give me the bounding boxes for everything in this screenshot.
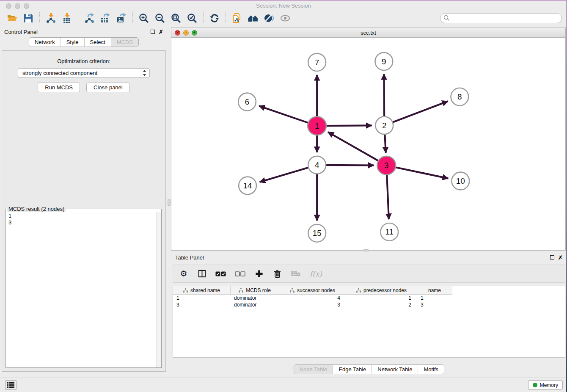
close-panel-icon[interactable]: ✗: [159, 29, 163, 35]
hide-details-button[interactable]: [277, 11, 293, 25]
style-preview-button[interactable]: [261, 11, 277, 25]
network-window-title: scc.txt: [171, 30, 565, 36]
control-panel-title: Control Panel: [4, 29, 38, 35]
graph-edge-3-1[interactable]: [328, 132, 378, 161]
graph-edge-1-6[interactable]: [259, 106, 308, 123]
application-window: Session: New Session: [0, 0, 567, 392]
export-table-icon: [100, 13, 111, 24]
export-network-button[interactable]: [81, 11, 97, 25]
zoom-out-button[interactable]: [152, 11, 168, 25]
graph-edge-4-14[interactable]: [260, 168, 308, 182]
column-header-name[interactable]: name: [417, 286, 452, 295]
float-table-panel-icon[interactable]: [550, 255, 554, 259]
export-image-button[interactable]: [113, 11, 129, 25]
column-header-predecessor-nodes[interactable]: predecessor nodes: [346, 286, 417, 295]
show-column-button[interactable]: [197, 270, 206, 278]
search-input[interactable]: [440, 13, 562, 23]
home-button[interactable]: [245, 11, 261, 25]
graph-edge-1-2[interactable]: [326, 125, 372, 126]
column-header-label: MCDS role: [246, 287, 271, 293]
graph-node-11[interactable]: 11: [380, 223, 398, 241]
tab-network[interactable]: Network: [29, 38, 61, 47]
import-table-button[interactable]: [59, 11, 75, 25]
network-maximize-button[interactable]: +: [192, 30, 197, 36]
checked-boxes-icon: [215, 271, 226, 276]
network-graph[interactable]: 7968124314101511: [171, 38, 565, 250]
graph-node-4[interactable]: 4: [308, 156, 326, 174]
network-minimize-button[interactable]: –: [183, 30, 189, 36]
table-cell: 1: [173, 295, 231, 301]
toolbar-separator: [226, 12, 226, 24]
network-close-button[interactable]: ✕: [175, 30, 180, 36]
network-canvas[interactable]: 7968124314101511: [171, 38, 565, 250]
column-header-shared-name[interactable]: shared name: [173, 286, 231, 295]
graph-node-9[interactable]: 9: [375, 52, 393, 70]
close-panel-button[interactable]: Close panel: [86, 83, 130, 92]
table-tab-node-table[interactable]: Node Table: [294, 365, 333, 374]
table-row[interactable]: 3dominator323: [173, 301, 565, 308]
desktop-edge-top: [0, 0, 567, 1]
select-all-button[interactable]: [215, 271, 226, 276]
tab-mcds[interactable]: MCDS: [111, 38, 138, 47]
save-session-button[interactable]: [20, 11, 36, 25]
delete-table-icon: [291, 271, 301, 277]
deselect-all-button[interactable]: [235, 271, 245, 276]
zoom-selected-button[interactable]: [184, 11, 200, 25]
graph-edge-2-8[interactable]: [393, 101, 448, 122]
tab-style[interactable]: Style: [61, 38, 84, 47]
close-table-panel-icon[interactable]: ✗: [558, 255, 563, 260]
float-panel-icon[interactable]: [151, 30, 155, 34]
mcds-result-title: MCDS result (2 nodes): [7, 206, 66, 212]
graph-node-3[interactable]: 3: [377, 156, 396, 175]
graph-node-10[interactable]: 10: [451, 172, 469, 190]
table-body: 1dominator4113dominator323: [173, 295, 565, 308]
graph-node-15[interactable]: 15: [308, 224, 326, 242]
table-tab-network-table[interactable]: Network Table: [372, 365, 418, 374]
graph-node-label: 14: [243, 181, 252, 190]
network-window-titlebar[interactable]: ✕ – + scc.txt: [171, 28, 565, 38]
zoom-in-button[interactable]: [136, 11, 152, 25]
open-session-button[interactable]: [4, 11, 20, 25]
table-tab-edge-table[interactable]: Edge Table: [333, 365, 372, 374]
zoom-out-icon: [154, 13, 165, 24]
graph-node-2[interactable]: 2: [375, 116, 393, 134]
graph-edge-2-9[interactable]: [384, 74, 384, 116]
column-settings-button[interactable]: ⚙: [179, 270, 188, 278]
delete-row-button[interactable]: [272, 270, 282, 278]
column-header-MCDS-role[interactable]: MCDS role: [231, 286, 279, 295]
memory-status-icon: [533, 383, 537, 387]
table-row[interactable]: 1dominator411: [173, 295, 565, 301]
task-history-button[interactable]: [5, 380, 17, 390]
add-row-button[interactable]: [254, 270, 264, 278]
refresh-button[interactable]: [206, 11, 223, 25]
graph-edge-4-3[interactable]: [326, 165, 374, 166]
horizontal-splitter-handle[interactable]: [363, 249, 369, 251]
memory-button[interactable]: Memory: [528, 380, 563, 390]
table-tab-motifs[interactable]: Motifs: [418, 365, 444, 374]
graph-node-6[interactable]: 6: [238, 93, 256, 111]
result-scrollbar[interactable]: [156, 212, 161, 367]
criterion-select[interactable]: strongly connected component: [18, 68, 150, 78]
graph-edge-2-3[interactable]: [385, 135, 385, 153]
graph-edge-3-10[interactable]: [396, 167, 448, 178]
mcds-result-box: MCDS result (2 nodes) 13: [6, 206, 162, 368]
graph-edge-3-11[interactable]: [387, 175, 389, 219]
graph-node-7[interactable]: 7: [308, 53, 326, 71]
result-line: 3: [8, 219, 159, 226]
tab-select[interactable]: Select: [84, 38, 111, 47]
graph-node-14[interactable]: 14: [239, 177, 256, 195]
window-title: Session: New Session: [0, 3, 567, 9]
table-cell: 3: [279, 302, 346, 308]
network-view-window: ✕ – + scc.txt 7968124314101511: [171, 28, 566, 251]
run-mcds-button[interactable]: Run MCDS: [38, 83, 80, 92]
graph-node-label: 9: [382, 57, 386, 66]
graph-node-8[interactable]: 8: [451, 88, 468, 106]
select-stepper-icon: [143, 69, 146, 78]
export-table-button[interactable]: [97, 11, 113, 25]
zoom-fit-button[interactable]: [168, 11, 184, 25]
vertical-splitter-handle[interactable]: [168, 199, 171, 206]
copy-network-button[interactable]: [229, 11, 245, 25]
column-header-successor-nodes[interactable]: successor nodes: [279, 286, 346, 295]
import-network-button[interactable]: [43, 11, 59, 25]
graph-node-1[interactable]: 1: [308, 116, 326, 135]
